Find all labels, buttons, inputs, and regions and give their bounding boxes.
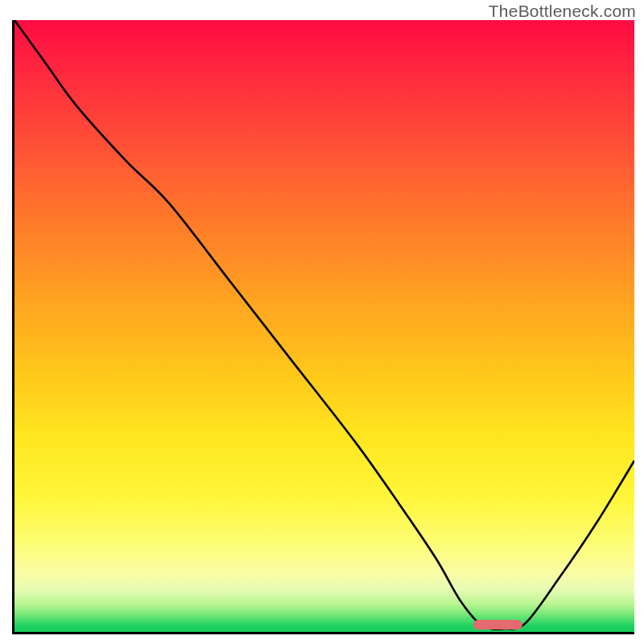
bottleneck-curve [14, 20, 634, 632]
plot-area [12, 20, 634, 634]
chart-container: TheBottleneck.com [0, 0, 644, 644]
curve-path [14, 20, 634, 630]
watermark-label: TheBottleneck.com [489, 2, 636, 21]
optimal-range-marker [473, 620, 523, 630]
